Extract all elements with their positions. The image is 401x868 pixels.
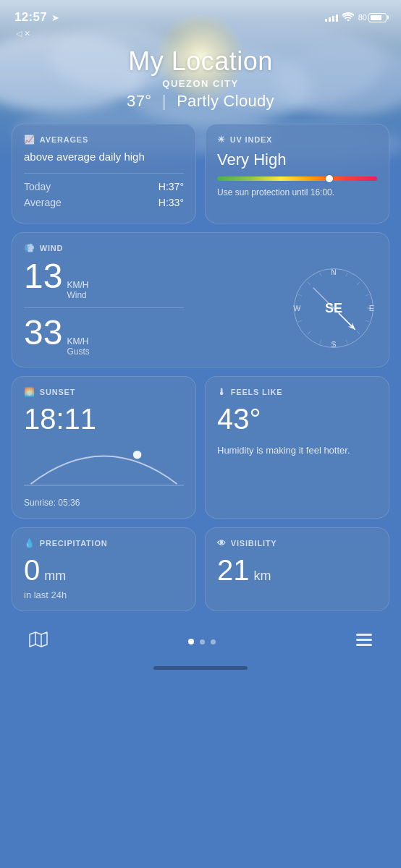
uv-header: ☀ UV INDEX bbox=[217, 135, 377, 145]
wind-icon: 💨 bbox=[24, 243, 35, 253]
svg-rect-32 bbox=[356, 644, 372, 646]
compass-north: N bbox=[331, 268, 337, 276]
uv-description: Use sun protection until 16:00. bbox=[217, 187, 377, 199]
uv-label: UV INDEX bbox=[230, 135, 272, 144]
battery-outline bbox=[368, 13, 387, 22]
svg-line-14 bbox=[308, 282, 311, 285]
row-3: 🌅 SUNSET 18:11 Sunrise: 05:36 🌡 bbox=[12, 376, 389, 519]
averages-icon: 📈 bbox=[24, 135, 35, 145]
row-1: 📈 AVERAGES above average daily high Toda… bbox=[12, 124, 389, 224]
uv-dot bbox=[326, 175, 333, 182]
feels-like-label: FEELS LIKE bbox=[231, 388, 283, 396]
averages-label: AVERAGES bbox=[40, 135, 88, 144]
svg-line-18 bbox=[346, 340, 347, 344]
sunset-label: SUNSET bbox=[40, 388, 75, 396]
list-nav-button[interactable] bbox=[356, 632, 372, 651]
gust-unit: KM/H bbox=[67, 336, 89, 346]
feels-description: Humidity is making it feel hotter. bbox=[217, 444, 377, 457]
battery-fill bbox=[371, 15, 381, 20]
sunset-header: 🌅 SUNSET bbox=[24, 387, 184, 397]
wind-unit-label: KM/H Wind bbox=[67, 280, 88, 300]
svg-line-20 bbox=[298, 320, 302, 322]
svg-line-15 bbox=[346, 273, 347, 276]
page-dot-1 bbox=[188, 639, 194, 644]
page-dot-3 bbox=[211, 639, 216, 644]
weather-summary: 37° | Partly Cloudy bbox=[14, 92, 387, 111]
sunset-arc bbox=[24, 441, 184, 492]
signal-bars bbox=[325, 13, 338, 22]
averages-avg-row: Average H:33° bbox=[24, 197, 184, 208]
svg-rect-31 bbox=[356, 639, 372, 641]
location-arrow-icon: ➤ bbox=[51, 12, 59, 23]
gust-speed: 33 bbox=[24, 315, 62, 350]
svg-line-17 bbox=[366, 320, 369, 322]
averages-divider bbox=[24, 173, 184, 174]
status-bar: 12:57 ➤ 80 bbox=[0, 0, 401, 29]
wind-speed: 13 bbox=[24, 259, 62, 294]
uv-level: Very High bbox=[217, 150, 377, 169]
svg-line-13 bbox=[308, 331, 311, 334]
average-label: Average bbox=[24, 197, 62, 208]
separator: | bbox=[162, 92, 166, 110]
sunset-icon: 🌅 bbox=[24, 387, 35, 397]
precipitation-header: 💧 PRECIPITATION bbox=[24, 538, 184, 548]
averages-description: above average daily high bbox=[24, 150, 184, 163]
volume-icon: ◁ ✕ bbox=[16, 29, 30, 38]
map-nav-button[interactable] bbox=[29, 631, 48, 652]
visibility-value: 21 bbox=[217, 554, 250, 587]
feels-like-icon: 🌡 bbox=[217, 387, 227, 397]
visibility-icon: 👁 bbox=[217, 538, 227, 548]
feels-like-header: 🌡 FEELS LIKE bbox=[217, 387, 377, 397]
home-indicator bbox=[153, 666, 248, 670]
wind-reading: 13 KM/H Wind bbox=[24, 259, 290, 300]
averages-card: 📈 AVERAGES above average daily high Toda… bbox=[12, 124, 196, 224]
temperature-display: 37° bbox=[127, 92, 151, 110]
location-city: QUEZON CITY bbox=[14, 78, 387, 89]
compass-east: E bbox=[369, 304, 374, 312]
cards-container: 📈 AVERAGES above average daily high Toda… bbox=[0, 124, 401, 611]
page-dots bbox=[188, 639, 216, 644]
visibility-card: 👁 VISIBILITY 21 km bbox=[205, 527, 389, 611]
status-icons: 80 bbox=[325, 12, 387, 23]
svg-line-19 bbox=[320, 340, 321, 344]
visibility-header: 👁 VISIBILITY bbox=[217, 538, 377, 548]
compass: N S E W SE bbox=[290, 265, 377, 352]
svg-line-22 bbox=[320, 273, 321, 276]
gust-unit-label: KM/H Gusts bbox=[67, 336, 89, 357]
visibility-label: VISIBILITY bbox=[231, 539, 277, 548]
wind-type-label: Wind bbox=[67, 290, 88, 300]
precipitation-unit: mm bbox=[44, 569, 66, 584]
gust-reading: 33 KM/H Gusts bbox=[24, 315, 290, 357]
signal-bar-2 bbox=[329, 17, 331, 22]
precipitation-card: 💧 PRECIPITATION 0 mm in last 24h bbox=[12, 527, 196, 611]
sunset-card: 🌅 SUNSET 18:11 Sunrise: 05:36 bbox=[12, 376, 196, 519]
average-value: H:33° bbox=[159, 197, 184, 208]
feels-like-card: 🌡 FEELS LIKE 43° Humidity is making it f… bbox=[205, 376, 389, 519]
wind-header: 💨 WIND bbox=[24, 243, 377, 253]
status-time: 12:57 bbox=[14, 10, 47, 25]
wind-unit: KM/H bbox=[67, 280, 88, 290]
signal-bar-1 bbox=[325, 19, 327, 22]
row-4: 💧 PRECIPITATION 0 mm in last 24h 👁 VISIB… bbox=[12, 527, 389, 611]
averages-today-row: Today H:37° bbox=[24, 181, 184, 192]
header: My Location QUEZON CITY 37° | Partly Clo… bbox=[0, 39, 401, 124]
condition-display: Partly Cloudy bbox=[177, 92, 274, 110]
feels-temperature: 43° bbox=[217, 403, 377, 435]
svg-line-16 bbox=[366, 294, 369, 296]
precipitation-value: 0 bbox=[24, 554, 40, 587]
svg-line-11 bbox=[357, 282, 360, 285]
precipitation-sublabel: in last 24h bbox=[24, 590, 184, 600]
wind-values: 13 KM/H Wind 33 KM/H Gusts bbox=[24, 259, 290, 357]
battery-indicator: 80 bbox=[358, 13, 387, 22]
location-title: My Location bbox=[14, 46, 387, 77]
svg-rect-30 bbox=[356, 634, 372, 636]
svg-line-21 bbox=[298, 294, 302, 296]
page-dot-2 bbox=[200, 639, 205, 644]
wind-content: 13 KM/H Wind 33 KM/H Gusts bbox=[24, 259, 377, 357]
today-label: Today bbox=[24, 181, 51, 192]
compass-west: W bbox=[293, 304, 300, 312]
precipitation-icon: 💧 bbox=[24, 538, 35, 548]
precipitation-label: PRECIPITATION bbox=[40, 539, 108, 548]
wind-label: WIND bbox=[40, 244, 64, 252]
compass-direction-display: SE bbox=[325, 300, 342, 315]
